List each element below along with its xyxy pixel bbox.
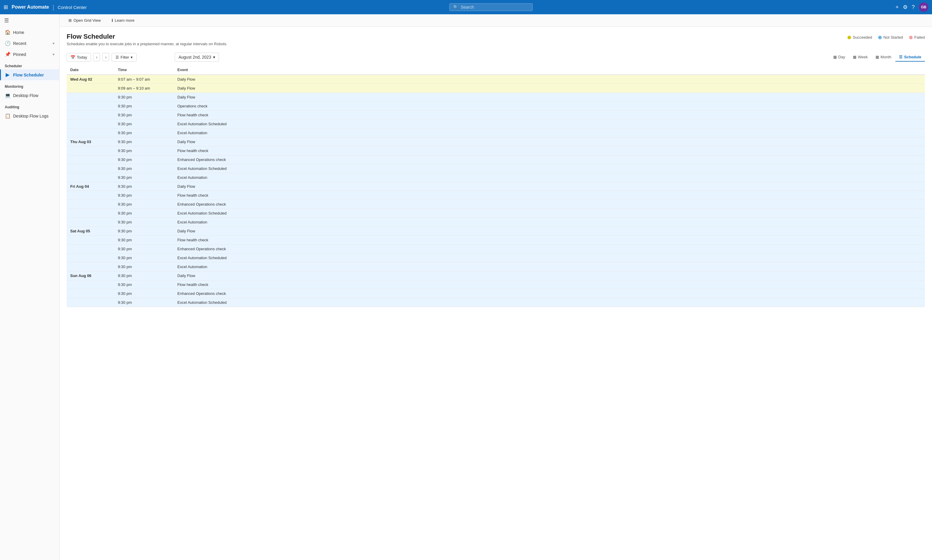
date-cell xyxy=(67,209,114,218)
waffle-icon[interactable]: ⊞ xyxy=(3,4,8,11)
time-cell: 9:30 pm xyxy=(114,191,174,200)
prev-button[interactable]: ‹ xyxy=(94,53,100,61)
desktop-flow-logs-icon: 📋 xyxy=(5,113,10,119)
day-icon: ▦ xyxy=(833,55,837,59)
search-icon: 🔍 xyxy=(453,5,458,9)
table-row[interactable]: 9:30 pmExcel Automation Scheduled xyxy=(67,120,925,129)
top-nav: ⊞ Power Automate | Control Center 🔍 + ⚙ … xyxy=(0,0,932,14)
table-row[interactable]: 9:09 am – 9:10 amDaily Flow xyxy=(67,84,925,93)
time-cell: 9:30 pm xyxy=(114,227,174,236)
sidebar-flow-scheduler-label: Flow Scheduler xyxy=(13,72,44,77)
filter-label: Filter xyxy=(120,55,129,60)
learn-more-button[interactable]: ℹ Learn more xyxy=(109,17,137,24)
table-row[interactable]: Sat Aug 059:30 pmDaily Flow xyxy=(67,227,925,236)
today-icon: 📅 xyxy=(71,55,75,60)
date-cell xyxy=(67,93,114,102)
page-header-info: Flow Scheduler Schedules enable you to e… xyxy=(67,33,847,51)
today-button[interactable]: 📅 Today xyxy=(67,53,91,62)
sidebar-collapse-button[interactable]: ☰ xyxy=(0,14,59,27)
table-row[interactable]: 9:30 pmEnhanced Operations check xyxy=(67,245,925,254)
date-cell: Sun Aug 06 xyxy=(67,271,114,280)
table-row[interactable]: 9:30 pmExcel Automation Scheduled xyxy=(67,254,925,262)
help-button[interactable]: ? xyxy=(912,4,915,11)
settings-button[interactable]: ⚙ xyxy=(903,4,907,11)
tab-day[interactable]: ▦ Day xyxy=(830,53,849,62)
table-row[interactable]: 9:30 pmOperations check xyxy=(67,102,925,111)
filter-button[interactable]: ☰ Filter ▾ xyxy=(112,53,137,62)
search-input[interactable] xyxy=(461,5,529,9)
time-cell: 9:30 pm xyxy=(114,164,174,173)
tab-schedule[interactable]: ☰ Schedule xyxy=(895,53,925,62)
time-cell: 9:30 pm xyxy=(114,236,174,245)
sidebar-item-desktop-flow[interactable]: 💻 Desktop Flow xyxy=(0,90,59,101)
date-cell xyxy=(67,102,114,111)
sidebar-item-recent[interactable]: 🕐 Recent ▾ xyxy=(0,38,59,49)
date-cell xyxy=(67,155,114,164)
table-row[interactable]: Sun Aug 069:30 pmDaily Flow xyxy=(67,271,925,280)
table-row[interactable]: 9:30 pmFlow health check xyxy=(67,191,925,200)
table-row[interactable]: 9:30 pmExcel Automation Scheduled xyxy=(67,298,925,307)
week-icon: ▦ xyxy=(853,55,857,59)
event-cell: Excel Automation Scheduled xyxy=(174,209,925,218)
table-row[interactable]: Thu Aug 039:30 pmDaily Flow xyxy=(67,137,925,146)
date-cell xyxy=(67,289,114,298)
table-row[interactable]: 9:30 pmFlow health check xyxy=(67,146,925,155)
succeeded-label: Succeeded xyxy=(853,35,872,40)
tab-week[interactable]: ▦ Week xyxy=(849,53,871,62)
sidebar-item-home[interactable]: 🏠 Home xyxy=(0,27,59,38)
table-row[interactable]: 9:30 pmExcel Automation xyxy=(67,262,925,271)
not-started-dot xyxy=(878,36,882,39)
date-cell xyxy=(67,245,114,254)
table-row[interactable]: Fri Aug 049:30 pmDaily Flow xyxy=(67,182,925,191)
sidebar-item-pinned[interactable]: 📌 Pinned ▾ xyxy=(0,49,59,60)
table-row[interactable]: 9:30 pmExcel Automation xyxy=(67,129,925,137)
event-cell: Excel Automation xyxy=(174,262,925,271)
table-row[interactable]: 9:30 pmFlow health check xyxy=(67,111,925,120)
table-row[interactable]: 9:30 pmFlow health check xyxy=(67,236,925,245)
table-row[interactable]: 9:30 pmEnhanced Operations check xyxy=(67,155,925,164)
date-cell xyxy=(67,164,114,173)
open-grid-view-button[interactable]: ⊞ Open Grid View xyxy=(65,17,104,24)
table-row[interactable]: 9:30 pmExcel Automation xyxy=(67,173,925,182)
tab-month[interactable]: ▦ Month xyxy=(872,53,895,62)
time-cell: 9:30 pm xyxy=(114,129,174,137)
chevron-down-icon: ▾ xyxy=(53,52,54,57)
page-content: Flow Scheduler Schedules enable you to e… xyxy=(60,27,932,560)
date-cell xyxy=(67,236,114,245)
main-content: ⊞ Open Grid View ℹ Learn more Flow Sched… xyxy=(60,14,932,560)
date-cell: Fri Aug 04 xyxy=(67,182,114,191)
open-grid-view-label: Open Grid View xyxy=(74,18,101,23)
table-row[interactable]: 9:30 pmExcel Automation Scheduled xyxy=(67,209,925,218)
date-cell: Thu Aug 03 xyxy=(67,137,114,146)
next-button[interactable]: › xyxy=(102,53,109,61)
today-label: Today xyxy=(77,55,87,60)
date-selector-button[interactable]: August 2nd, 2023 ▾ xyxy=(175,53,219,62)
sidebar-desktop-flow-label: Desktop Flow xyxy=(13,93,38,98)
sidebar-item-desktop-flow-logs[interactable]: 📋 Desktop Flow Logs xyxy=(0,111,59,122)
table-row[interactable]: 9:30 pmExcel Automation Scheduled xyxy=(67,164,925,173)
table-row[interactable]: 9:30 pmExcel Automation xyxy=(67,218,925,227)
table-row[interactable]: Wed Aug 029:07 am – 9:07 amDaily Flow xyxy=(67,75,925,84)
time-cell: 9:30 pm xyxy=(114,137,174,146)
table-body: Wed Aug 029:07 am – 9:07 amDaily Flow9:0… xyxy=(67,75,925,307)
time-cell: 9:09 am – 9:10 am xyxy=(114,84,174,93)
table-row[interactable]: 9:30 pmDaily Flow xyxy=(67,93,925,102)
date-cell xyxy=(67,218,114,227)
table-row[interactable]: 9:30 pmEnhanced Operations check xyxy=(67,200,925,209)
table-row[interactable]: 9:30 pmEnhanced Operations check xyxy=(67,289,925,298)
avatar[interactable]: GB xyxy=(919,2,929,12)
sidebar-item-flow-scheduler[interactable]: ▶ Flow Scheduler xyxy=(0,69,59,80)
add-button[interactable]: + xyxy=(895,4,899,11)
month-label: Month xyxy=(881,55,891,59)
table-row[interactable]: 9:30 pmFlow health check xyxy=(67,280,925,289)
monitoring-section-label: Monitoring xyxy=(0,80,59,90)
date-cell xyxy=(67,111,114,120)
search-bar[interactable]: 🔍 xyxy=(449,3,533,11)
event-cell: Enhanced Operations check xyxy=(174,155,925,164)
event-cell: Flow health check xyxy=(174,191,925,200)
legend-failed: Failed xyxy=(909,35,925,40)
sidebar-pinned-label: Pinned xyxy=(13,52,26,57)
time-cell: 9:07 am – 9:07 am xyxy=(114,75,174,84)
time-cell: 9:30 pm xyxy=(114,218,174,227)
nav-divider: | xyxy=(53,4,54,11)
